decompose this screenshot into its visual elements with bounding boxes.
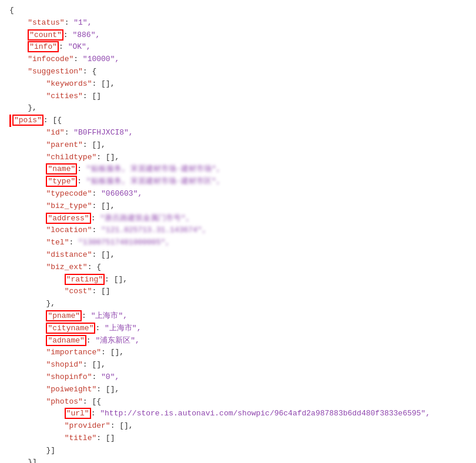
json-line: "type": "贴板服务, 宋居建材市场·建材市区", <box>9 176 467 188</box>
json-viewer: { "status": "1", "count": "886", "info":… <box>9 5 467 463</box>
highlighted-key: "adname" <box>46 335 86 346</box>
json-line: "count": "886", <box>9 29 467 42</box>
json-line: "status": "1", <box>9 17 467 29</box>
json-line: "photos": [{ <box>9 396 467 408</box>
highlighted-key: "name" <box>46 163 77 175</box>
json-line: "pois": [{ <box>9 115 467 127</box>
json-line: "parent": [], <box>9 139 467 152</box>
highlighted-key: "url" <box>65 408 91 419</box>
json-line: { <box>9 5 467 17</box>
json-line: "biz_ext": { <box>9 261 467 274</box>
json-line: "cityname": "上海市", <box>9 323 467 335</box>
json-line: "cities": [] <box>9 90 467 103</box>
json-line: "adname": "浦东新区", <box>9 335 467 347</box>
json-line: "biz_type": [], <box>9 200 467 213</box>
json-line: "url": "http://store.is.autonavi.com/sho… <box>9 408 467 420</box>
json-line: }, <box>9 102 467 115</box>
json-line: "keywords": [], <box>9 78 467 90</box>
json-line: "cost": [] <box>9 286 467 298</box>
json-line: "poiweight": [], <box>9 384 467 396</box>
json-line: "name": "贴板服务, 宋居建材市场·建材市场", <box>9 163 467 176</box>
json-line: "title": [] <box>9 432 467 445</box>
json-line: "suggestion": { <box>9 66 467 78</box>
json-line: "info": "OK", <box>9 41 467 53</box>
json-line: "rating": [], <box>9 274 467 286</box>
highlighted-key: "cityname" <box>46 323 95 334</box>
json-line: "shopid": [], <box>9 359 467 371</box>
json-line: }] <box>9 457 467 463</box>
json-line: "importance": [], <box>9 347 467 359</box>
highlighted-key: "rating" <box>65 274 105 285</box>
highlighted-key: "count" <box>28 29 63 41</box>
json-line: "typecode": "060603", <box>9 188 467 200</box>
json-line: "infocode": "10000", <box>9 53 467 66</box>
json-line: "provider": [], <box>9 420 467 432</box>
json-line: "tel": "13007517481000005", <box>9 237 467 249</box>
highlighted-key: "pois" <box>12 115 43 126</box>
json-line: "id": "B0FFHJXCI8", <box>9 127 467 139</box>
json-line: "address": "唐吕路建筑金属门市号", <box>9 213 467 225</box>
highlighted-key: "address" <box>46 213 90 224</box>
json-line: }] <box>9 445 467 457</box>
highlighted-key: "pname" <box>46 310 82 321</box>
highlighted-key: "type" <box>46 176 77 187</box>
json-line: }, <box>9 298 467 310</box>
json-line: "distance": [], <box>9 249 467 261</box>
json-line: "pname": "上海市", <box>9 310 467 323</box>
json-line: "location": "121.825713.31.143674", <box>9 224 467 237</box>
json-line: "childtype": [], <box>9 152 467 164</box>
json-line: "shopinfo": "0", <box>9 371 467 384</box>
highlighted-key: "info" <box>28 41 59 52</box>
